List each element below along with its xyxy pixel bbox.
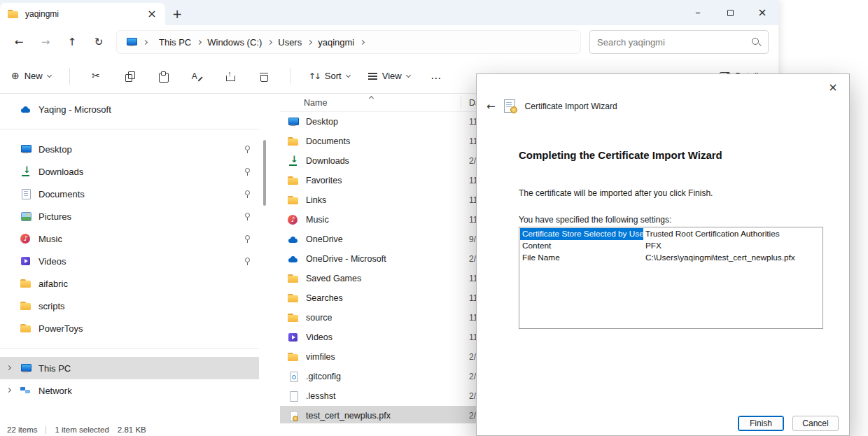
download-icon	[20, 166, 32, 177]
forward-icon	[41, 37, 50, 48]
sort-button[interactable]: Sort	[309, 71, 350, 81]
file-name: OneDrive	[306, 234, 343, 244]
desktop-icon	[287, 116, 300, 127]
maximize-button[interactable]	[714, 0, 746, 25]
search-input[interactable]	[597, 37, 746, 48]
file-name: vimfiles	[306, 352, 335, 362]
settings-row[interactable]: Content PFX	[520, 240, 822, 252]
breadcrumb-item[interactable]: yaqingmi	[318, 37, 354, 48]
toolbar-divider	[69, 68, 70, 85]
cut-button[interactable]	[88, 69, 104, 84]
sidebar-item-label: Pictures	[38, 211, 71, 222]
maximize-icon	[727, 10, 734, 16]
sidebar-item[interactable]: PowerToys	[0, 317, 259, 339]
folder-icon	[287, 175, 300, 186]
close-button[interactable]	[746, 0, 778, 25]
sidebar-item[interactable]: scripts	[0, 295, 259, 317]
expand-chevron-icon[interactable]	[6, 388, 11, 393]
sidebar-item[interactable]: Downloads	[0, 160, 259, 183]
sidebar-item[interactable]: Music	[0, 227, 259, 250]
sidebar-item[interactable]: Pictures	[0, 205, 259, 227]
column-divider[interactable]	[461, 97, 461, 109]
file-date: 2/	[469, 372, 476, 381]
pin-icon	[244, 212, 251, 220]
expand-chevron-icon[interactable]	[6, 365, 11, 370]
file-name: Desktop	[306, 117, 338, 127]
delete-button[interactable]	[256, 69, 272, 84]
sidebar-item[interactable]: Videos	[0, 250, 259, 272]
breadcrumb-item[interactable]: This PC	[159, 37, 191, 48]
folder-icon	[287, 195, 300, 206]
column-name[interactable]: Name	[304, 98, 327, 108]
more-options-button[interactable]	[428, 69, 444, 84]
wizard-heading: Completing the Certificate Import Wizard	[519, 149, 722, 161]
folder-icon	[287, 351, 300, 363]
window-controls	[682, 0, 778, 25]
refresh-icon	[94, 37, 104, 48]
sidebar-item[interactable]: Network	[0, 379, 259, 402]
new-tab-button[interactable]	[165, 3, 189, 25]
settings-row[interactable]: Certificate Store Selected by User Trust…	[520, 228, 822, 240]
refresh-button[interactable]	[90, 33, 108, 51]
breadcrumb-item[interactable]: Windows (C:)	[207, 37, 262, 48]
network-icon	[20, 385, 32, 396]
breadcrumb-item[interactable]: Users	[278, 37, 302, 48]
copy-button[interactable]	[122, 69, 137, 84]
share-button[interactable]	[223, 69, 238, 84]
new-button[interactable]: New	[11, 71, 51, 81]
forward-button[interactable]	[36, 33, 55, 51]
settings-row[interactable]: File Name C:\Users\yaqingmi\test_cert_ne…	[520, 252, 822, 264]
breadcrumb: This PC Windows (C:) Users	[116, 30, 581, 54]
pin-icon	[244, 167, 251, 176]
dialog-close-button[interactable]	[822, 78, 844, 97]
sidebar-item[interactable]: Desktop	[0, 138, 259, 160]
up-button[interactable]	[63, 33, 81, 51]
search-box	[589, 30, 769, 54]
dialog-title: Certificate Import Wizard	[525, 101, 617, 111]
trash-icon	[260, 71, 268, 81]
dialog-back-button[interactable]	[486, 101, 496, 112]
sidebar-item[interactable]: This PC	[0, 357, 259, 379]
explorer-tab[interactable]: yaqingmi	[0, 3, 165, 25]
sidebar-item-label: Desktop	[38, 144, 72, 155]
sidebar-item[interactable]: Yaqing - Microsoft	[0, 98, 259, 120]
file-name: OneDrive - Microsoft	[306, 254, 386, 264]
minimize-button[interactable]	[682, 0, 714, 25]
close-icon	[828, 82, 837, 93]
finish-button[interactable]: Finish	[738, 416, 784, 431]
desktop-icon	[20, 143, 32, 155]
video-icon	[287, 332, 300, 343]
breadcrumb-segment: Users	[278, 37, 312, 48]
sidebar-system-group: This PC Network	[0, 357, 259, 402]
chevron-right-icon[interactable]	[267, 39, 272, 44]
cancel-button[interactable]: Cancel	[792, 416, 839, 431]
sidebar-item-label: scripts	[38, 301, 65, 311]
settings-value: Trusted Root Certification Authorities	[643, 228, 782, 240]
sidebar-item[interactable]: aifabric	[0, 272, 259, 295]
screen: yaqingmi Th	[0, 0, 868, 436]
pc-icon	[20, 363, 32, 374]
sidebar-divider	[0, 348, 259, 349]
tab-close-icon[interactable]	[146, 8, 158, 20]
chevron-right-icon[interactable]	[360, 39, 365, 44]
chevron-right-icon[interactable]	[197, 39, 202, 44]
paste-button[interactable]	[155, 69, 171, 84]
back-button[interactable]	[10, 33, 28, 51]
settings-key: Content	[520, 240, 643, 252]
sidebar-item[interactable]: Documents	[0, 183, 259, 205]
cloud-icon	[287, 234, 300, 245]
file-date: 2/	[469, 352, 476, 362]
view-icon	[368, 72, 377, 80]
new-icon	[11, 71, 20, 81]
sidebar-item-label: Yaqing - Microsoft	[38, 104, 111, 115]
certificate-icon	[503, 99, 518, 113]
chevron-down-icon	[47, 72, 52, 77]
rename-button[interactable]	[189, 69, 204, 84]
chevron-right-icon[interactable]	[143, 39, 148, 44]
chevron-right-icon[interactable]	[307, 39, 312, 44]
view-button[interactable]: View	[368, 71, 410, 81]
folder-icon	[287, 312, 300, 323]
file-name: .lesshst	[306, 391, 335, 401]
sort-ascending-icon	[369, 96, 374, 101]
sidebar-scrollbar[interactable]	[263, 140, 266, 206]
